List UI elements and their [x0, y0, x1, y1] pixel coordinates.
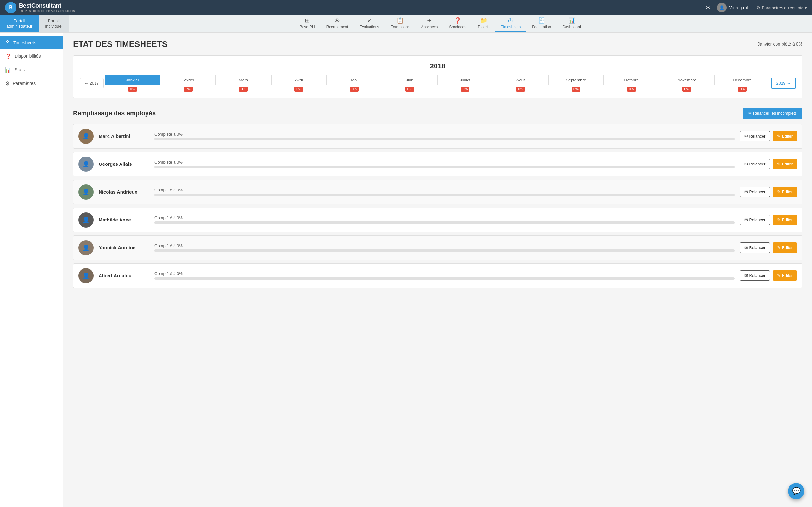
- chevron-down-icon: ▾: [805, 5, 807, 10]
- employee-avatar: 👤: [78, 157, 94, 172]
- logo-area: B BestConsultant The Best Tools for the …: [5, 2, 74, 13]
- relancer-all-button[interactable]: ✉ Relancer les incomplets: [743, 108, 803, 119]
- nav-item-absences[interactable]: ✈Absences: [415, 15, 444, 32]
- nav-item-formations[interactable]: 📋Formations: [385, 15, 415, 32]
- relancer-button[interactable]: ✉ Relancer: [740, 215, 770, 225]
- month-button-novembre[interactable]: Novembre: [659, 75, 715, 85]
- nav-item-timesheets[interactable]: ⏱Timesheets: [496, 15, 526, 32]
- month-badge-juin: 0%: [405, 87, 414, 92]
- employee-row: 👤 Mathilde Anne Complété à 0% ✉ Relancer…: [73, 208, 803, 232]
- nav-item-base-rh[interactable]: ⊞Base RH: [294, 15, 321, 32]
- editer-button[interactable]: ✎ Editer: [773, 242, 797, 253]
- sidebar-icon: ⏱: [5, 40, 10, 46]
- app-body: ⏱Timesheets❓Disponibilités📊Stats⚙Paramèt…: [0, 33, 812, 507]
- status-text: Janvier complété à 0%: [757, 42, 803, 47]
- relancer-button[interactable]: ✉ Relancer: [740, 187, 770, 197]
- employee-name: Nicolas Andrieux: [99, 189, 149, 194]
- employee-progress-label: Complété à 0%: [154, 132, 734, 136]
- month-badge-octobre: 0%: [627, 87, 636, 92]
- employee-progress-bar: [154, 193, 734, 196]
- page-title: ETAT DES TIMESHEETS: [73, 39, 167, 49]
- nav-item-sondages[interactable]: ❓Sondages: [444, 15, 472, 32]
- nav-item-recrutement[interactable]: 👁Recrutement: [321, 15, 354, 32]
- month-button-février[interactable]: Février: [160, 75, 216, 85]
- employee-progress-area: Complété à 0%: [154, 187, 734, 196]
- mail-icon[interactable]: ✉: [705, 4, 711, 11]
- nav-tabs-bar: Portailadministrateur Portailindividuel …: [0, 15, 812, 33]
- employee-name: Marc Albertini: [99, 133, 149, 139]
- relancer-button[interactable]: ✉ Relancer: [740, 270, 770, 281]
- nav-item-dashboard[interactable]: 📊Dashboard: [557, 15, 587, 32]
- params-label: Parametres du compte: [762, 5, 803, 10]
- editer-button[interactable]: ✎ Editer: [773, 159, 797, 169]
- nav-icon: ⏱: [508, 17, 513, 24]
- profile-area[interactable]: 👤 Votre profil: [717, 3, 751, 12]
- employee-actions: ✉ Relancer ✎ Editer: [740, 215, 797, 225]
- editer-button[interactable]: ✎ Editer: [773, 131, 797, 141]
- month-button-janvier[interactable]: Janvier: [105, 75, 160, 85]
- month-badge-novembre: 0%: [682, 87, 691, 92]
- employee-actions: ✉ Relancer ✎ Editer: [740, 159, 797, 169]
- relancer-button[interactable]: ✉ Relancer: [740, 131, 770, 141]
- months-nav: ← 2017 Janvier0%Février0%Mars0%Avril0%Ma…: [80, 75, 796, 92]
- month-button-octobre[interactable]: Octobre: [604, 75, 659, 85]
- sidebar-item-stats[interactable]: 📊Stats: [0, 63, 63, 77]
- relancer-button[interactable]: ✉ Relancer: [740, 242, 770, 253]
- employee-avatar: 👤: [78, 212, 94, 228]
- nav-icon: ✈: [427, 17, 432, 24]
- nav-item-projets[interactable]: 📁Projets: [472, 15, 495, 32]
- sidebar-icon: ❓: [5, 53, 11, 59]
- month-button-août[interactable]: Août: [493, 75, 548, 85]
- params-area[interactable]: ⚙ Parametres du compte ▾: [757, 5, 807, 10]
- employee-progress-bar: [154, 277, 734, 280]
- nav-icon: 📋: [397, 17, 403, 24]
- sidebar-item-paramètres[interactable]: ⚙Paramètres: [0, 77, 63, 90]
- month-button-mars[interactable]: Mars: [216, 75, 271, 85]
- employee-actions: ✉ Relancer ✎ Editer: [740, 187, 797, 197]
- employee-progress-label: Complété à 0%: [154, 187, 734, 192]
- prev-year-button[interactable]: ← 2017: [80, 78, 104, 89]
- nav-icon: 👁: [334, 17, 340, 24]
- chat-bubble[interactable]: 💬: [788, 483, 804, 499]
- employee-name: Yannick Antoine: [99, 245, 149, 250]
- editer-button[interactable]: ✎ Editer: [773, 215, 797, 225]
- portal-tab-individual[interactable]: Portailindividuel: [39, 15, 68, 32]
- nav-item-facturation[interactable]: 🧾Facturation: [526, 15, 557, 32]
- employee-name: Mathilde Anne: [99, 217, 149, 222]
- month-col-mars: Mars0%: [216, 75, 271, 92]
- logo-main: BestConsultant: [19, 3, 74, 9]
- nav-icon: ⊞: [305, 17, 310, 24]
- portal-tab-admin[interactable]: Portailadministrateur: [0, 15, 39, 32]
- employee-row: 👤 Albert Arnaldu Complété à 0% ✉ Relance…: [73, 263, 803, 288]
- month-badge-septembre: 0%: [571, 87, 580, 92]
- employee-progress-label: Complété à 0%: [154, 216, 734, 220]
- month-button-juillet[interactable]: Juillet: [438, 75, 493, 85]
- employee-actions: ✉ Relancer ✎ Editer: [740, 131, 797, 141]
- next-year-button[interactable]: 2019 →: [771, 78, 796, 89]
- month-col-octobre: Octobre0%: [604, 75, 659, 92]
- month-button-décembre[interactable]: Décembre: [715, 75, 770, 85]
- section-title: Remplissage des employés: [73, 110, 156, 117]
- employee-progress-bar: [154, 249, 734, 252]
- nav-item-evaluations[interactable]: ✔Evaluations: [354, 15, 385, 32]
- month-button-avril[interactable]: Avril: [271, 75, 327, 85]
- month-badge-janvier: 0%: [128, 87, 137, 92]
- employee-row: 👤 Marc Albertini Complété à 0% ✉ Relance…: [73, 124, 803, 149]
- month-button-mai[interactable]: Mai: [327, 75, 382, 85]
- sidebar-icon: ⚙: [5, 80, 9, 87]
- year-section: 2018 ← 2017 Janvier0%Février0%Mars0%Avri…: [73, 55, 803, 98]
- sidebar-item-disponibilités[interactable]: ❓Disponibilités: [0, 49, 63, 63]
- editer-button[interactable]: ✎ Editer: [773, 270, 797, 281]
- month-badge-juillet: 0%: [461, 87, 469, 92]
- nav-icon: ✔: [367, 17, 372, 24]
- month-col-février: Février0%: [160, 75, 216, 92]
- sidebar-item-timesheets[interactable]: ⏱Timesheets: [0, 36, 63, 49]
- month-badge-mars: 0%: [239, 87, 248, 92]
- month-col-mai: Mai0%: [327, 75, 382, 92]
- month-badge-mai: 0%: [350, 87, 359, 92]
- month-button-septembre[interactable]: Septembre: [548, 75, 604, 85]
- month-button-juin[interactable]: Juin: [382, 75, 438, 85]
- editer-button[interactable]: ✎ Editer: [773, 187, 797, 197]
- relancer-button[interactable]: ✉ Relancer: [740, 159, 770, 169]
- month-col-janvier: Janvier0%: [105, 75, 160, 92]
